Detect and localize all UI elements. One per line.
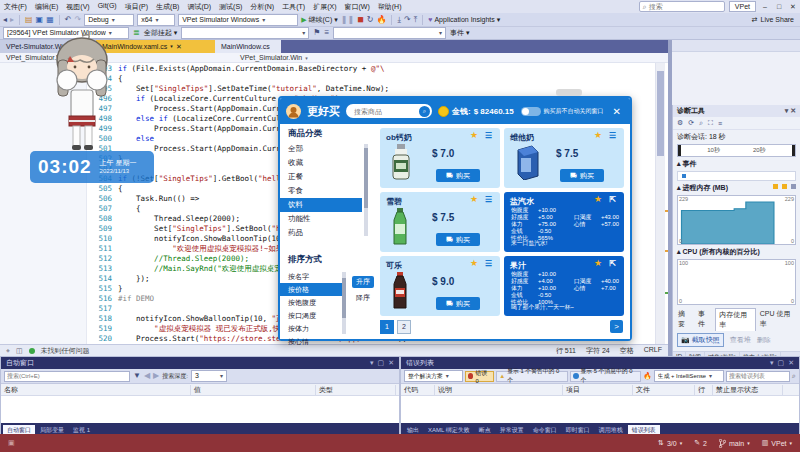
git-repo[interactable]: ▥ VPet▾: [762, 439, 792, 447]
settings-gear-icon[interactable]: ⚙: [677, 119, 683, 127]
menu-item-3[interactable]: Git(G): [94, 2, 121, 12]
detail-menu-icon[interactable]: ☰: [485, 131, 492, 140]
product-card-juice[interactable]: 果汁 ★ ⇱ 饱腹度+10.00好感度+4.00体力+10.00金钱-0.50性…: [504, 256, 624, 316]
product-card-vitasoy[interactable]: 维他奶 ★ ☰ $ 7.5 ⛟购买: [504, 128, 624, 188]
screwdriver-icon[interactable]: ⌖: [6, 347, 10, 355]
buy-button[interactable]: ⛟购买: [436, 233, 480, 246]
sort-0[interactable]: 按名字: [280, 270, 344, 283]
menu-item-12[interactable]: 帮助(H): [374, 2, 406, 12]
timeline-options-icon[interactable]: ≡: [718, 120, 722, 127]
category-6[interactable]: 药品: [280, 226, 362, 240]
menu-item-1[interactable]: 编辑(E): [31, 2, 62, 12]
live-share-button[interactable]: ⇄ Live Share: [752, 16, 794, 24]
product-card-ob-milk[interactable]: ob钙奶 ★ ☰ $ 7.0 ⛟购买: [380, 128, 500, 188]
save-icon[interactable]: ▣: [36, 14, 44, 26]
forward-icon[interactable]: ▸: [10, 14, 14, 26]
product-card-salt-soda[interactable]: 盐汽水 ★ ⇱ 饱腹度+10.00好感度+5.00体力+75.00金钱-0.50…: [504, 192, 624, 252]
tab-mainwindow-cs[interactable]: MainWindow.cs: [215, 40, 281, 53]
sort-1[interactable]: 按价格: [280, 283, 344, 296]
stop-icon[interactable]: ◼: [357, 14, 364, 26]
tab-dropdown-icon[interactable]: ▾: [170, 40, 173, 53]
status-col[interactable]: 字符 24: [586, 346, 610, 356]
category-3[interactable]: 零食: [280, 184, 362, 198]
menu-item-7[interactable]: 测试(S): [215, 2, 246, 12]
product-card-cola[interactable]: 可乐 ★ ☰ $ 9.0 ⛟购买: [380, 256, 500, 316]
category-1[interactable]: 收藏: [280, 156, 362, 170]
cpu-chart[interactable]: 100 0 100 0: [677, 259, 796, 305]
ruler-handle-right[interactable]: [792, 145, 795, 156]
panel-close-icon[interactable]: ✕: [388, 359, 394, 367]
menu-item-5[interactable]: 生成(B): [152, 2, 183, 12]
buy-button[interactable]: ⛟购买: [436, 169, 480, 182]
diag-tab-3[interactable]: CPU 使用率: [757, 308, 798, 331]
menu-item-8[interactable]: 分析(N): [246, 2, 278, 12]
search-depth-dropdown[interactable]: 3▾: [191, 370, 227, 382]
desktop-pet[interactable]: [48, 34, 116, 152]
diff-icon[interactable]: ◫: [16, 347, 23, 355]
memory-section-header[interactable]: ▴ 进程内存 (MB): [673, 181, 800, 195]
menu-item-4[interactable]: 项目(P): [121, 2, 152, 12]
app-insights-button[interactable]: ♥ Application Insights▾: [428, 16, 500, 24]
refresh-icon[interactable]: ⟳: [688, 119, 694, 127]
warnings-filter-chip[interactable]: ▲ 显示 1 个警告中的 0 个: [496, 371, 567, 382]
diag-timeline-ruler[interactable]: 10秒 20秒: [677, 144, 796, 157]
status-eol[interactable]: CRLF: [644, 346, 662, 356]
menu-item-10[interactable]: 扩展(X): [309, 2, 340, 12]
pin-icon[interactable]: ▢: [378, 359, 385, 367]
new-file-icon[interactable]: ▤: [25, 14, 33, 26]
sort-4[interactable]: 按体力: [280, 322, 344, 335]
window-position-icon[interactable]: ▾: [370, 359, 374, 367]
maximize-button[interactable]: □: [774, 3, 784, 10]
pin-icon[interactable]: ▢: [778, 359, 785, 367]
favorite-star-icon[interactable]: ★: [594, 194, 602, 204]
menu-item-9[interactable]: 工具(T): [278, 2, 309, 12]
category-2[interactable]: 正餐: [280, 170, 362, 184]
sort-2[interactable]: 按饱腹度: [280, 296, 344, 309]
platform-dropdown[interactable]: x64▾: [137, 14, 175, 26]
flag-icon[interactable]: ⚑: [313, 27, 320, 39]
cpu-section-header[interactable]: ▴ CPU (所有内核的百分比): [673, 245, 800, 259]
detail-menu-icon[interactable]: ☰: [609, 131, 616, 140]
category-4[interactable]: 饮料: [280, 198, 362, 212]
redo-icon[interactable]: ↷: [74, 14, 81, 26]
diag-close-icon[interactable]: ✕: [790, 107, 796, 114]
avatar[interactable]: [286, 104, 301, 119]
order-descending-button[interactable]: 降序: [352, 292, 374, 304]
product-card-sprite[interactable]: 雪碧 ★ ☰ $ 7.5 ⛟购买: [380, 192, 500, 252]
editor-scrollbar[interactable]: [655, 63, 665, 344]
undo-icon[interactable]: ↶: [65, 14, 72, 26]
page-2[interactable]: 2: [397, 320, 411, 334]
locals-body[interactable]: [1, 396, 399, 423]
git-branch[interactable]: main▾: [719, 439, 750, 448]
tab-close-icon[interactable]: ✕: [176, 40, 182, 53]
favorite-star-icon[interactable]: ★: [594, 130, 602, 140]
status-line[interactable]: 行 511: [556, 346, 576, 356]
back-icon[interactable]: ◂: [3, 14, 7, 26]
ruler-handle-left[interactable]: [678, 145, 681, 156]
restart-icon[interactable]: ↻: [367, 14, 374, 26]
menu-item-2[interactable]: 视图(V): [62, 2, 93, 12]
continue-button[interactable]: ▶ 继续(C)▾: [301, 15, 338, 25]
config-dropdown[interactable]: Debug▾: [84, 14, 134, 26]
shop-search-box[interactable]: ⌕: [346, 104, 432, 118]
step-over-icon[interactable]: ↷: [404, 14, 411, 26]
prev-icon[interactable]: ◀: [144, 370, 150, 382]
diag-tab-0[interactable]: 摘要: [675, 308, 694, 331]
event-marker[interactable]: [682, 174, 686, 178]
shop-search-input[interactable]: [352, 107, 416, 116]
errors-filter-chip[interactable]: 错误 0: [465, 371, 495, 382]
search-icon[interactable]: ⌕: [419, 106, 430, 117]
category-0[interactable]: 全部: [280, 142, 362, 156]
pending-edits[interactable]: ✎ 2: [694, 439, 707, 447]
zoom-in-icon[interactable]: ⌕: [699, 119, 703, 127]
step-into-icon[interactable]: ⤓: [397, 14, 401, 26]
memory-chart[interactable]: 229 0 229 0: [677, 195, 796, 245]
next-page-button[interactable]: >: [610, 320, 623, 333]
detail-menu-icon[interactable]: ⇱: [609, 259, 616, 268]
stackframe-dropdown[interactable]: ▾: [333, 27, 446, 39]
build-intellisense-dropdown[interactable]: 生成 + IntelliSense▾: [654, 370, 724, 382]
events-dropdown[interactable]: 事件▾: [450, 28, 470, 38]
sort-3[interactable]: 按口渴度: [280, 309, 344, 322]
take-snapshot-button[interactable]: 📷 截取快照: [677, 333, 724, 347]
minimize-button[interactable]: –: [760, 3, 770, 10]
